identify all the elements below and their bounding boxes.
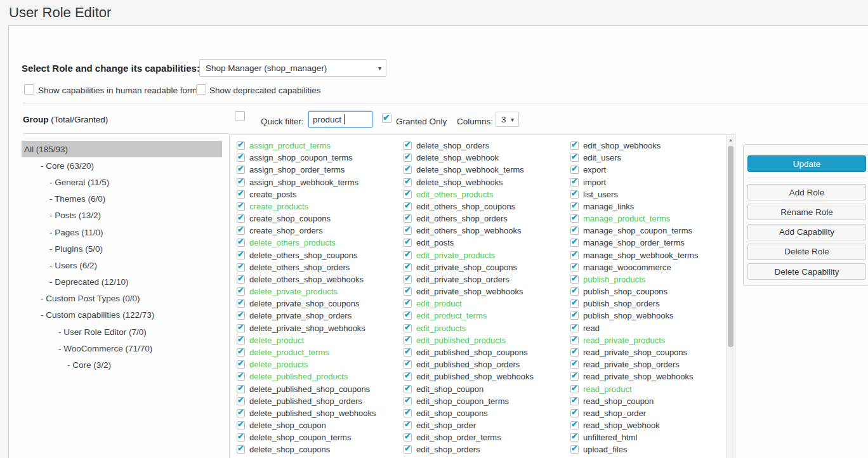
capability-checkbox[interactable]: ✔ [237, 372, 245, 381]
group-tree-item[interactable]: - Pages (11/0) [22, 224, 222, 240]
scroll-up-icon[interactable]: ▲ [727, 136, 735, 143]
capability-checkbox[interactable]: ✔ [404, 166, 412, 174]
rename-role-button[interactable]: Rename Role [747, 204, 866, 220]
capability-checkbox[interactable]: ✔ [404, 239, 412, 247]
group-tree-item[interactable]: - Custom capabilities (122/73) [22, 307, 222, 324]
capability-checkbox[interactable]: ✔ [570, 311, 579, 320]
capability-checkbox[interactable]: ✔ [404, 348, 412, 357]
update-button[interactable]: Update [747, 155, 866, 172]
capability-checkbox[interactable]: ✔ [404, 190, 412, 199]
capability-checkbox[interactable]: ✔ [570, 385, 579, 393]
capability-checkbox[interactable]: ✔ [237, 324, 245, 332]
add-role-button[interactable]: Add Role [747, 184, 866, 200]
capability-checkbox[interactable]: ✔ [404, 226, 412, 235]
capability-checkbox[interactable]: ✔ [570, 202, 579, 211]
capability-checkbox[interactable]: ✔ [404, 385, 412, 393]
columns-select[interactable]: 3 ▾ [496, 112, 519, 127]
group-tree-item[interactable]: - Posts (13/2) [22, 207, 222, 224]
group-tree-item[interactable]: - Themes (6/0) [22, 191, 222, 207]
group-tree-item[interactable]: - WooCommerce (71/70) [22, 340, 222, 357]
capability-checkbox[interactable]: ✔ [237, 214, 245, 223]
capability-checkbox[interactable]: ✔ [237, 239, 245, 247]
capability-checkbox[interactable]: ✔ [570, 226, 579, 235]
capability-checkbox[interactable]: ✔ [404, 287, 412, 296]
capability-checkbox[interactable]: ✔ [237, 251, 245, 259]
capability-checkbox[interactable]: ✔ [237, 202, 245, 211]
group-tree-item[interactable]: - Core (63/20) [22, 157, 222, 174]
capability-checkbox[interactable]: ✔ [570, 275, 579, 284]
capability-checkbox[interactable]: ✔ [404, 360, 412, 369]
capability-checkbox[interactable]: ✔ [404, 299, 412, 308]
capability-checkbox[interactable]: ✔ [570, 178, 579, 186]
capability-checkbox[interactable]: ✔ [404, 324, 412, 332]
capability-checkbox[interactable]: ✔ [404, 275, 412, 284]
capability-checkbox[interactable]: ✔ [237, 348, 245, 357]
capability-checkbox[interactable]: ✔ [570, 154, 579, 162]
group-tree-item[interactable]: All (185/93) [22, 141, 222, 157]
capability-checkbox[interactable]: ✔ [404, 421, 412, 429]
capability-checkbox[interactable]: ✔ [237, 311, 245, 320]
capability-checkbox[interactable]: ✔ [404, 251, 412, 259]
capability-checkbox[interactable]: ✔ [237, 397, 245, 405]
show-deprecated-checkbox[interactable]: ✔ [196, 84, 206, 95]
capability-checkbox[interactable]: ✔ [237, 154, 245, 162]
group-tree-item[interactable]: - General (11/5) [22, 174, 222, 190]
capability-checkbox[interactable]: ✔ [237, 299, 245, 308]
capability-checkbox[interactable]: ✔ [570, 239, 579, 247]
capability-checkbox[interactable]: ✔ [237, 385, 245, 393]
capability-checkbox[interactable]: ✔ [237, 263, 245, 272]
capability-checkbox[interactable]: ✔ [237, 166, 245, 174]
capability-checkbox[interactable]: ✔ [404, 154, 412, 162]
capability-checkbox[interactable]: ✔ [570, 409, 579, 417]
vertical-scrollbar[interactable]: ▲ [726, 135, 735, 458]
scrollbar-thumb[interactable] [728, 146, 733, 347]
role-select[interactable]: Shop Manager (shop_manager) ▾ [199, 59, 386, 77]
select-all-checkbox[interactable]: ✔ [235, 111, 245, 121]
capability-checkbox[interactable]: ✔ [237, 409, 245, 417]
capability-checkbox[interactable]: ✔ [570, 372, 579, 381]
capability-checkbox[interactable]: ✔ [570, 263, 579, 272]
capability-checkbox[interactable]: ✔ [404, 445, 412, 454]
capability-checkbox[interactable]: ✔ [237, 433, 245, 442]
group-tree-item[interactable]: - Users (6/2) [22, 257, 222, 273]
group-tree-item[interactable]: - Deprecated (12/10) [22, 274, 222, 291]
capability-checkbox[interactable]: ✔ [404, 433, 412, 442]
capability-checkbox[interactable]: ✔ [570, 397, 579, 405]
add-capability-button[interactable]: Add Capability [747, 224, 866, 240]
capability-checkbox[interactable]: ✔ [404, 141, 412, 150]
capability-checkbox[interactable]: ✔ [237, 336, 245, 344]
capability-checkbox[interactable]: ✔ [237, 141, 245, 150]
granted-only-checkbox[interactable]: ✔ [382, 114, 391, 123]
group-tree-item[interactable]: - Core (3/2) [22, 357, 222, 373]
capability-checkbox[interactable]: ✔ [237, 445, 245, 454]
capability-checkbox[interactable]: ✔ [570, 433, 579, 442]
capability-checkbox[interactable]: ✔ [570, 251, 579, 259]
capability-checkbox[interactable]: ✔ [570, 348, 579, 357]
delete-capability-button[interactable]: Delete Capability [747, 263, 866, 280]
capability-checkbox[interactable]: ✔ [570, 141, 579, 150]
capability-checkbox[interactable]: ✔ [237, 190, 245, 199]
capability-checkbox[interactable]: ✔ [404, 178, 412, 186]
capability-checkbox[interactable]: ✔ [237, 226, 245, 235]
group-tree-item[interactable]: - User Role Editor (7/0) [22, 324, 222, 340]
capability-checkbox[interactable]: ✔ [237, 360, 245, 369]
group-tree-item[interactable]: - Plugins (5/0) [22, 240, 222, 257]
capability-checkbox[interactable]: ✔ [570, 190, 579, 199]
capability-checkbox[interactable]: ✔ [237, 421, 245, 429]
capability-checkbox[interactable]: ✔ [404, 397, 412, 405]
capability-checkbox[interactable]: ✔ [570, 445, 579, 454]
capability-checkbox[interactable]: ✔ [404, 263, 412, 272]
capability-checkbox[interactable]: ✔ [570, 299, 579, 308]
group-tree-item[interactable]: - Custom Post Types (0/0) [22, 291, 222, 307]
capability-checkbox[interactable]: ✔ [570, 360, 579, 369]
capability-checkbox[interactable]: ✔ [404, 409, 412, 417]
capability-checkbox[interactable]: ✔ [570, 336, 579, 344]
capability-checkbox[interactable]: ✔ [404, 214, 412, 223]
capability-checkbox[interactable]: ✔ [404, 202, 412, 211]
capability-checkbox[interactable]: ✔ [404, 311, 412, 320]
capability-checkbox[interactable]: ✔ [570, 421, 579, 429]
capability-checkbox[interactable]: ✔ [237, 178, 245, 186]
capability-checkbox[interactable]: ✔ [570, 324, 579, 332]
delete-role-button[interactable]: Delete Role [747, 244, 866, 260]
quick-filter-input[interactable] [308, 111, 372, 128]
